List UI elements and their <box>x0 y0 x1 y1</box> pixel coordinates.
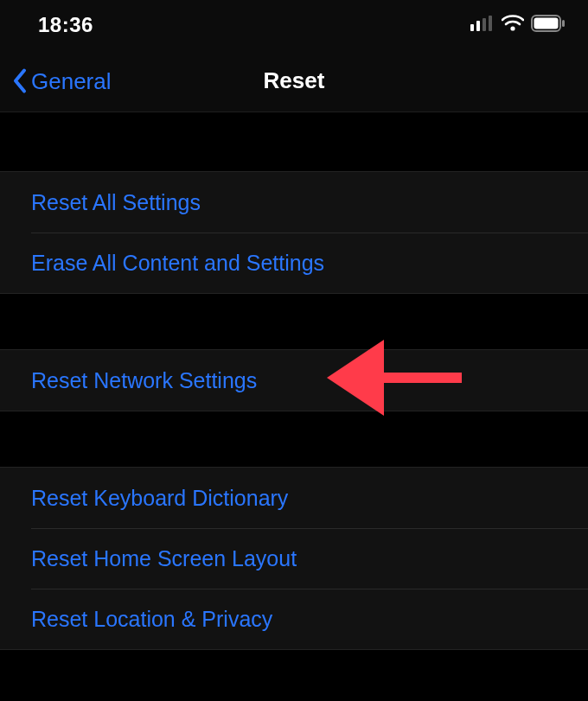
svg-rect-7 <box>562 20 565 27</box>
svg-rect-9 <box>379 373 462 383</box>
reset-location-privacy[interactable]: Reset Location & Privacy <box>0 589 588 649</box>
group-general-reset: Reset All Settings Erase All Content and… <box>0 171 588 294</box>
row-label: Reset All Settings <box>31 190 201 215</box>
section-gap <box>0 294 588 349</box>
svg-rect-2 <box>483 18 486 31</box>
reset-keyboard-dictionary[interactable]: Reset Keyboard Dictionary <box>0 468 588 528</box>
group-misc: Reset Keyboard Dictionary Reset Home Scr… <box>0 467 588 650</box>
reset-home-screen-layout[interactable]: Reset Home Screen Layout <box>0 528 588 589</box>
row-label: Reset Location & Privacy <box>31 607 272 632</box>
content: Reset All Settings Erase All Content and… <box>0 112 588 650</box>
svg-point-4 <box>510 26 514 30</box>
erase-all-content[interactable]: Erase All Content and Settings <box>0 233 588 293</box>
svg-rect-3 <box>489 16 492 31</box>
svg-rect-6 <box>534 18 559 29</box>
battery-icon <box>531 15 566 35</box>
svg-rect-1 <box>476 21 480 31</box>
section-gap <box>0 112 588 171</box>
svg-rect-0 <box>470 24 474 31</box>
annotation-arrow-icon <box>327 340 465 421</box>
row-label: Reset Keyboard Dictionary <box>31 486 288 511</box>
wifi-icon <box>502 15 524 35</box>
status-bar: 18:36 <box>0 0 588 50</box>
back-button[interactable]: General <box>12 67 112 94</box>
status-icons <box>470 15 566 35</box>
back-label: General <box>31 67 112 94</box>
reset-network-settings[interactable]: Reset Network Settings <box>0 350 588 411</box>
chevron-left-icon <box>12 68 28 94</box>
status-time: 18:36 <box>38 13 93 37</box>
cellular-icon <box>470 16 495 35</box>
svg-marker-8 <box>327 340 384 416</box>
row-label: Reset Home Screen Layout <box>31 546 297 571</box>
section-gap <box>0 411 588 467</box>
reset-all-settings[interactable]: Reset All Settings <box>0 172 588 233</box>
nav-bar: General Reset <box>0 50 588 112</box>
row-label: Reset Network Settings <box>31 368 257 393</box>
row-label: Erase All Content and Settings <box>31 251 324 276</box>
group-network: Reset Network Settings <box>0 349 588 411</box>
